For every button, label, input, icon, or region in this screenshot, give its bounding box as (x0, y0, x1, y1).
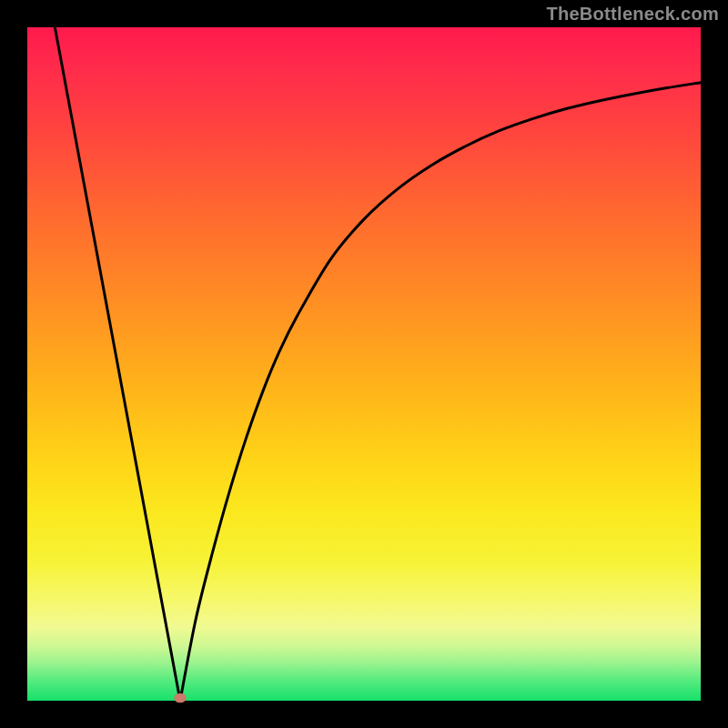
chart-frame: TheBottleneck.com (0, 0, 728, 728)
curve-left (55, 27, 180, 701)
curve-right (180, 83, 701, 701)
minimum-marker (174, 693, 187, 703)
watermark-text: TheBottleneck.com (546, 4, 719, 25)
curve-layer (27, 27, 701, 701)
